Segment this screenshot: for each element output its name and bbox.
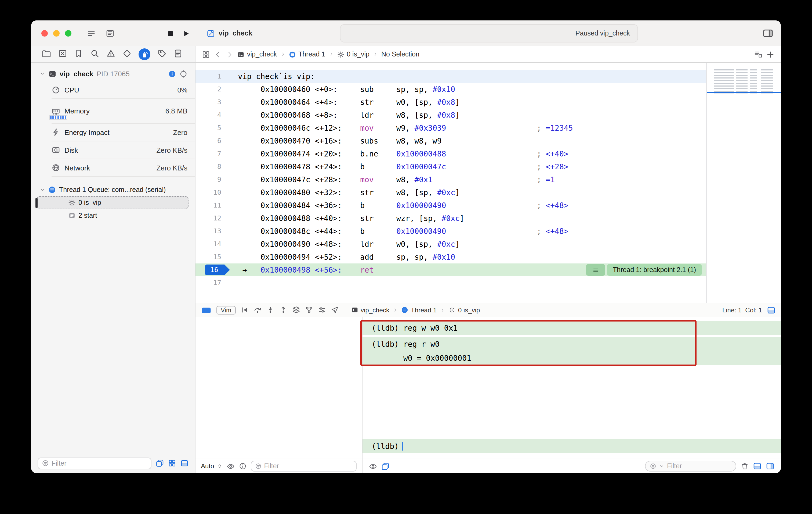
frame-0-is-vip[interactable]: 0 is_vip <box>36 196 188 209</box>
navigator-tests-tab[interactable] <box>122 49 132 60</box>
navigator-breakpoints-tab[interactable] <box>157 49 167 60</box>
step-over-button[interactable] <box>253 306 261 314</box>
console-mode-icon[interactable] <box>381 462 389 470</box>
line-number-15[interactable]: 15 <box>196 250 226 264</box>
frame-2-start[interactable]: 2 start <box>36 209 188 222</box>
breadcrumb-thread-1[interactable]: Thread 1 <box>401 306 437 314</box>
disassembly-view[interactable]: 1vip_check`is_vip:2 0x100000460 <+0>: su… <box>196 63 706 303</box>
debug-area-toggle-icon[interactable] <box>767 306 776 314</box>
line-number-11[interactable]: 11 <box>196 199 226 212</box>
line-number-12[interactable]: 12 <box>196 212 226 225</box>
clear-console-icon[interactable] <box>741 462 749 470</box>
toolbar-list-icon[interactable] <box>87 29 95 38</box>
quicklook-icon[interactable] <box>369 462 377 470</box>
code-line-6: 6 0x100000470 <+16>: subs w8, w8, w9 <box>196 134 706 147</box>
view-hierarchy-button[interactable] <box>292 306 300 314</box>
line-number-4[interactable]: 4 <box>196 109 226 121</box>
breakpoints-toggle-button[interactable] <box>201 304 211 315</box>
disclosure-chevron-icon[interactable] <box>40 187 45 192</box>
stop-button[interactable] <box>167 30 175 38</box>
breadcrumb-vip-check[interactable]: vip_check <box>351 306 389 314</box>
breadcrumb-no-selection[interactable]: No Selection <box>381 51 419 58</box>
line-number-8[interactable]: 8 <box>196 160 226 173</box>
navigator-project-tab[interactable] <box>42 49 51 60</box>
scope-icon[interactable] <box>179 70 187 78</box>
inspector-toggle-icon[interactable] <box>762 28 773 39</box>
navigator-reports-tab[interactable] <box>173 49 182 60</box>
variables-list[interactable] <box>196 317 362 459</box>
gauge-cpu-row[interactable]: CPU0% <box>52 81 195 99</box>
annotation-menu-button[interactable] <box>586 264 605 276</box>
close-button[interactable] <box>41 30 48 36</box>
simulate-location-button[interactable] <box>330 306 339 314</box>
console-prompt-row[interactable]: (lldb) <box>362 439 781 453</box>
view-mode-grid-icon[interactable] <box>168 459 176 467</box>
continue-button[interactable] <box>240 306 249 314</box>
line-number-2[interactable]: 2 <box>196 83 226 96</box>
code-text: 0x10000047c <+28>: mov w8, #0x1 ; =1 <box>226 173 555 186</box>
line-number-14[interactable]: 14 <box>196 238 226 250</box>
code-text: 0x100000490 <+48>: ldr w0, [sp, #0xc] <box>226 238 460 250</box>
line-number-13[interactable]: 13 <box>196 225 226 238</box>
disclosure-chevron-icon[interactable] <box>40 71 45 76</box>
console-toggle-icon[interactable] <box>766 462 775 470</box>
toolbar-editor-icon[interactable] <box>106 29 114 38</box>
process-row[interactable]: vip_check PID 17065 <box>40 67 188 80</box>
navigator-filter-input[interactable]: Filter <box>37 457 151 469</box>
add-editor-ic­on[interactable] <box>766 50 775 58</box>
navigator-source-control-tab[interactable] <box>58 49 67 60</box>
gauge-disk-row[interactable]: DiskZero KB/s <box>52 141 195 159</box>
minimap[interactable] <box>706 63 781 303</box>
source-editor[interactable]: 1vip_check`is_vip:2 0x100000460 <+0>: su… <box>196 63 781 303</box>
breadcrumb-0-is-vip[interactable]: 0 is_vip <box>448 306 480 314</box>
breadcrumb-vip-check[interactable]: vip_check <box>237 51 277 58</box>
gauge-memory-row[interactable]: Memory6.8 MB <box>52 99 195 124</box>
info-circle-icon[interactable] <box>239 462 246 470</box>
forward-button-icon[interactable] <box>226 50 234 58</box>
line-number-16[interactable]: 16 <box>196 264 226 276</box>
line-number-1[interactable]: 1 <box>196 70 226 83</box>
thread-row[interactable]: Thread 1 Queue: com...read (serial) <box>31 183 195 196</box>
console-output[interactable]: (lldb) reg w w0 0x1(lldb) reg r w0 w0 = … <box>362 317 781 459</box>
related-items-icon[interactable] <box>754 50 762 59</box>
line-number-5[interactable]: 5 <box>196 121 226 134</box>
quicklook-icon[interactable] <box>226 462 234 470</box>
variables-filter-input[interactable]: Filter <box>251 461 356 471</box>
gauge-network-row[interactable]: NetworkZero KB/s <box>52 159 195 177</box>
code-text: 0x100000464 <+4>: str w0, [sp, #0x8] <box>226 96 460 109</box>
minimize-button[interactable] <box>53 30 60 36</box>
back-button-icon[interactable] <box>214 50 222 58</box>
zoom-button[interactable] <box>65 30 71 36</box>
line-number-7[interactable]: 7 <box>196 147 226 160</box>
console-filter-input[interactable]: Filter <box>645 461 736 471</box>
related-groups-icon[interactable] <box>202 50 210 58</box>
gauge-energy-row[interactable]: Energy ImpactZero <box>52 124 195 141</box>
run-button[interactable] <box>182 30 190 38</box>
line-number-3[interactable]: 3 <box>196 96 226 109</box>
navigator-issues-tab[interactable] <box>106 49 115 60</box>
step-out-button[interactable] <box>279 306 287 314</box>
navigator-bookmarks-tab[interactable] <box>74 49 83 60</box>
view-mode-panel-icon[interactable] <box>180 459 188 467</box>
step-into-button[interactable] <box>266 306 274 314</box>
variables-toggle-icon[interactable] <box>753 462 761 470</box>
line-number-6[interactable]: 6 <box>196 134 226 147</box>
memory-graph-button[interactable] <box>305 306 313 314</box>
view-mode-stack-icon[interactable] <box>156 459 164 467</box>
breadcrumb-thread-1[interactable]: Thread 1 <box>289 51 325 58</box>
line-number-9[interactable]: 9 <box>196 173 226 186</box>
info-icon[interactable] <box>168 70 176 78</box>
navigator-find-tab[interactable] <box>90 49 99 60</box>
environment-overrides-button[interactable] <box>318 306 326 314</box>
breadcrumb-label: No Selection <box>381 51 419 58</box>
navigator-debug-tab[interactable] <box>139 48 150 60</box>
chevron-updown-icon[interactable] <box>217 463 222 469</box>
breadcrumb-0-is-vip[interactable]: 0 is_vip <box>337 51 370 58</box>
activity-status-text: Paused vip_check <box>575 30 630 37</box>
code-line-17: 17 <box>196 276 706 289</box>
line-number-10[interactable]: 10 <box>196 186 226 199</box>
thread-icon <box>289 51 296 58</box>
scope-selector[interactable]: Auto <box>201 462 214 470</box>
line-number-17[interactable]: 17 <box>196 276 226 289</box>
tab-title[interactable]: vip_check <box>219 29 253 37</box>
